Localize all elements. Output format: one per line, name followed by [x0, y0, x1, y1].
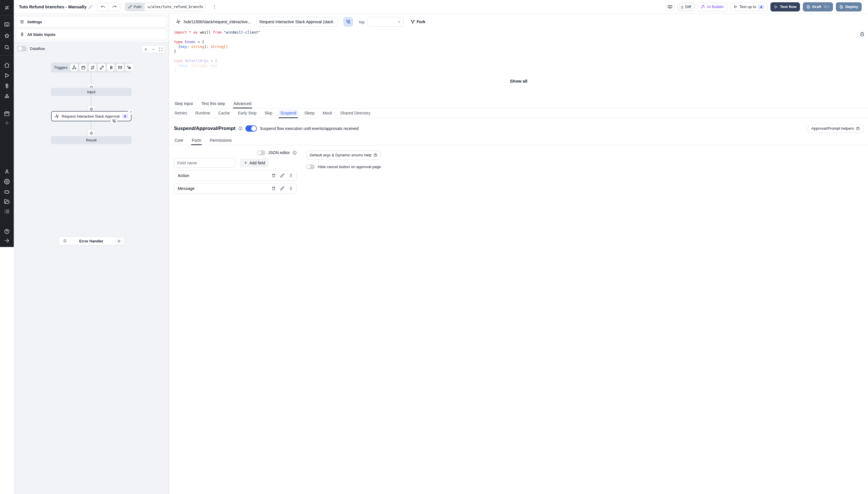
undo-redo-group [97, 3, 120, 11]
code-preview[interactable]: import * as wmill from "windmill-client"… [169, 29, 434, 73]
subtab-shared-directory[interactable]: Shared Directory [339, 109, 371, 118]
path-group: Path [125, 3, 206, 11]
flow-settings-button[interactable]: Settings [16, 16, 166, 27]
info-icon[interactable] [238, 126, 243, 131]
slack-approval-step-node[interactable]: Request Interactive Slack Approval (... … [51, 111, 131, 121]
sidebar-divider [0, 55, 14, 55]
subtab-cache[interactable]: Cache [218, 109, 230, 118]
flow-title: Tuto Refund branches - Manually [19, 4, 87, 9]
drag-handle[interactable] [289, 173, 293, 177]
websocket-trigger-icon[interactable] [98, 64, 105, 71]
suspend-enable-toggle[interactable] [245, 125, 257, 132]
suspend-description: Suspend flow execution until events/appr… [260, 126, 358, 131]
subtab-mock[interactable]: Mock [322, 109, 333, 118]
delete-field-button[interactable] [272, 186, 276, 190]
help-icon[interactable] [0, 227, 14, 236]
add-error-handler-button[interactable] [115, 238, 122, 244]
help-circle-icon [373, 153, 377, 157]
hub-script-path[interactable]: hub/11500/slack/request_interactive... [184, 19, 251, 24]
schedules-icon[interactable] [0, 109, 14, 118]
tab-core[interactable]: Core [174, 136, 184, 145]
subtab-retries[interactable]: Retries [174, 109, 188, 118]
search-icon[interactable] [0, 42, 14, 52]
edit-title-icon[interactable] [88, 5, 92, 9]
home-icon[interactable] [0, 60, 14, 70]
add-field-button[interactable]: Add field [240, 158, 269, 168]
form-field-row[interactable]: Message [174, 183, 297, 194]
field-label: Message [178, 186, 195, 191]
kafka-trigger-icon[interactable] [107, 64, 114, 71]
resources-icon[interactable] [0, 92, 14, 101]
workspace-switcher-icon[interactable] [0, 19, 14, 29]
subtab-sleep[interactable]: Sleep [304, 109, 315, 118]
dataflow-toggle[interactable] [17, 46, 27, 51]
triggers-node[interactable]: Triggers [51, 62, 131, 72]
form-field-row[interactable]: Action [174, 170, 297, 181]
remove-step-button[interactable] [128, 109, 134, 115]
default-args-help-button[interactable]: Default args & Dynamic enums help [306, 151, 381, 160]
subtab-runtime[interactable]: Runtime [195, 109, 211, 118]
fit-view-button[interactable] [157, 45, 165, 53]
tab-step-input[interactable]: Step Input [174, 99, 193, 108]
error-handler-node[interactable]: Error Handler [59, 237, 124, 245]
variables-icon[interactable] [0, 81, 14, 91]
field-label: Action [178, 173, 189, 178]
error-handler-label: Error Handler [67, 239, 115, 243]
more-options-kebab[interactable]: ⋮ [210, 3, 219, 11]
edit-field-button[interactable] [280, 186, 284, 190]
zoom-out-button[interactable] [150, 45, 157, 53]
ai-bot-icon[interactable] [0, 187, 14, 196]
windmill-logo-icon[interactable] [0, 3, 14, 13]
flow-canvas[interactable]: Dataflow Triggers Input [14, 42, 169, 247]
poll-trigger-icon[interactable] [126, 64, 133, 71]
audit-logs-icon[interactable] [0, 207, 14, 216]
tab-form[interactable]: Form [191, 136, 202, 145]
hide-cancel-toggle[interactable] [306, 164, 315, 169]
users-icon[interactable] [0, 167, 14, 176]
step-detail-panel: hub/11500/slack/request_interactive... t… [169, 14, 434, 247]
runs-icon[interactable] [0, 71, 14, 80]
step-id-badge: a [122, 114, 128, 118]
tab-permissions[interactable]: Permissions [209, 136, 232, 145]
path-input[interactable] [145, 3, 205, 11]
favorites-star-icon[interactable] [0, 31, 14, 41]
step-summary-input[interactable] [256, 17, 338, 27]
all-static-inputs-button[interactable]: All Static Inputs [16, 29, 166, 40]
redo-button[interactable] [109, 3, 120, 11]
drag-handle[interactable] [289, 186, 293, 190]
schedule-trigger-icon[interactable] [79, 64, 87, 71]
suspend-indicator-button[interactable] [344, 17, 353, 26]
edit-field-button[interactable] [280, 173, 284, 177]
topbar: Tuto Refund branches - Manually Path ⋮ ±… [14, 0, 434, 14]
tab-advanced[interactable]: Advanced [233, 99, 252, 108]
hide-cancel-label: Hide cancel button on approval page [318, 165, 381, 169]
zoom-in-button[interactable] [142, 45, 150, 53]
plus-icon [244, 161, 247, 165]
subtab-early-stop[interactable]: Early Stop [237, 109, 257, 118]
delete-field-button[interactable] [272, 173, 276, 177]
json-editor-toggle[interactable] [257, 150, 265, 155]
json-editor-label: JSON editor [268, 150, 290, 155]
input-node[interactable]: Input [51, 88, 131, 96]
tag-select[interactable] [367, 17, 404, 27]
tab-test-this-step[interactable]: Test this step [201, 99, 226, 108]
suspend-section-header: Suspend/Approval/Prompt Suspend flow exe… [169, 118, 434, 133]
phone-incoming-icon [346, 19, 350, 24]
settings-gear-icon[interactable] [0, 177, 14, 187]
undo-button[interactable] [97, 3, 109, 11]
info-icon[interactable] [293, 151, 297, 155]
subtab-suspend[interactable]: Suspend [280, 109, 297, 118]
webhook-trigger-icon[interactable] [70, 64, 78, 71]
email-trigger-icon[interactable] [116, 64, 124, 71]
field-name-input[interactable] [174, 158, 235, 168]
chevron-down-icon [397, 20, 401, 24]
result-node[interactable]: Result [51, 136, 131, 144]
fork-button[interactable]: Fork [410, 19, 425, 24]
folders-icon[interactable] [0, 197, 14, 207]
path-label[interactable]: Path [125, 3, 145, 11]
expand-sidebar-icon[interactable] [0, 236, 14, 246]
sidebar-plus-icon[interactable] [0, 118, 14, 128]
slack-icon [55, 114, 59, 119]
subtab-skip[interactable]: Skip [264, 109, 273, 118]
http-route-trigger-icon[interactable] [89, 64, 96, 71]
